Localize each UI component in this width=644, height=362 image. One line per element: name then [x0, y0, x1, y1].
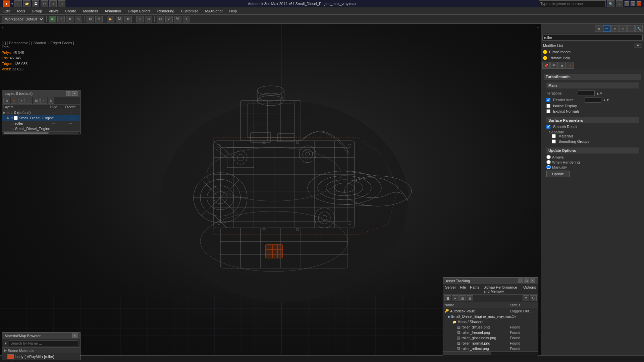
- move-btn[interactable]: ✛: [57, 16, 65, 22]
- display-tab[interactable]: ◻: [627, 25, 635, 32]
- layer-row-roller[interactable]: ◻ roller ··· ···: [2, 121, 80, 126]
- help-search[interactable]: [539, 0, 606, 7]
- render-iters-arrows[interactable]: ▲▼: [603, 98, 609, 102]
- explicit-normals-checkbox[interactable]: [546, 109, 550, 113]
- layer-scroll-thumb[interactable]: [3, 132, 49, 134]
- modifier-editable-poly[interactable]: Editable Poly: [541, 55, 644, 61]
- menu-modifiers[interactable]: Modifiers: [79, 8, 101, 14]
- modifier-turbosmooth[interactable]: TurboSmooth: [541, 49, 644, 55]
- show-result-icon[interactable]: 👁: [550, 62, 558, 69]
- motion-tab[interactable]: ◎: [619, 25, 627, 32]
- mirror-btn[interactable]: ⇔: [145, 16, 152, 22]
- asset-tree-btn[interactable]: ⊞: [459, 295, 466, 301]
- asset-menu-paths[interactable]: Paths: [469, 285, 480, 294]
- surface-params-title[interactable]: Surface Parameters: [546, 117, 639, 123]
- align-btn[interactable]: ⊞: [136, 16, 144, 22]
- menu-views[interactable]: Views: [45, 8, 62, 14]
- asset-close-btn[interactable]: ✕: [530, 279, 535, 283]
- asset-row-max-file[interactable]: ■ Small_Diesel_Engine_max_vray.max Ok: [443, 314, 538, 319]
- menu-edit[interactable]: Edit: [0, 8, 13, 14]
- modifier-bulb-turbosmooth[interactable]: [543, 50, 547, 54]
- material-search-input[interactable]: [9, 340, 78, 346]
- save-btn[interactable]: 💾: [32, 0, 39, 7]
- select-btn[interactable]: ⊕: [49, 16, 56, 22]
- material-item-body[interactable]: body ( VRayMtl ) [roller]: [2, 353, 80, 360]
- asset-list-btn[interactable]: ☰: [444, 295, 451, 301]
- rotate-btn[interactable]: ↻: [66, 16, 73, 22]
- unlink-btn[interactable]: ✂: [95, 16, 103, 22]
- asset-options-btn[interactable]: ?: [523, 295, 529, 301]
- menu-graph-editors[interactable]: Graph Editors: [124, 8, 154, 14]
- render-iters-input[interactable]: 2: [585, 97, 601, 103]
- undo-btn[interactable]: ↩: [41, 0, 48, 7]
- create-tab[interactable]: ⊕: [595, 25, 602, 32]
- layer-select-all-btn[interactable]: ⊞: [33, 98, 40, 104]
- spinner-snap[interactable]: ↕: [183, 16, 190, 22]
- hold-btn[interactable]: H: [58, 0, 65, 7]
- asset-refresh-btn[interactable]: ↻: [530, 295, 537, 301]
- materials-checkbox[interactable]: [552, 134, 556, 138]
- layer-create-btn[interactable]: ⊕: [3, 98, 10, 104]
- asset-scrollbar-h[interactable]: [443, 351, 538, 355]
- help-icon-btn[interactable]: ?: [616, 0, 623, 7]
- modifier-list-dropdown[interactable]: ▼: [634, 43, 642, 48]
- isoline-checkbox[interactable]: [546, 104, 550, 108]
- asset-minimize-btn[interactable]: ─: [518, 279, 523, 283]
- menu-customize[interactable]: Customize: [178, 8, 202, 14]
- asset-menu-options[interactable]: Options: [523, 285, 537, 294]
- new-btn[interactable]: □: [14, 0, 22, 7]
- percent-snap[interactable]: %: [174, 16, 181, 22]
- menu-rendering[interactable]: Rendering: [154, 8, 178, 14]
- material-scene-section[interactable]: ▶ Scene Materials: [2, 348, 80, 353]
- layer-row-default[interactable]: ▶ ⊞ ✓ 0 (default) ··· ···: [2, 110, 80, 115]
- hierarchy-tab[interactable]: ⊳: [611, 25, 619, 32]
- asset-row-vault[interactable]: 🔑 Autodesk Vault Logged Out ...: [443, 308, 538, 314]
- material-editor-btn[interactable]: M: [116, 16, 123, 22]
- modifier-name-input[interactable]: roller: [542, 35, 643, 41]
- asset-scroll-thumb-h[interactable]: [443, 352, 491, 355]
- asset-menu-bitmap[interactable]: Bitmap Performance and Memory: [483, 285, 520, 294]
- menu-create[interactable]: Create: [62, 8, 79, 14]
- update-options-title[interactable]: Update Options: [546, 147, 639, 154]
- asset-large-btn[interactable]: ⊟: [467, 295, 473, 301]
- main-section-title[interactable]: Main: [546, 82, 639, 88]
- make-unique-icon[interactable]: ◈: [558, 62, 566, 69]
- layer-row-small-diesel[interactable]: ▶ □ Small_Diesel_Engine ··· ···: [2, 115, 80, 121]
- asset-row-glossiness[interactable]: 🖼 roller_glossiness.png Found: [443, 335, 538, 341]
- layer-close-btn[interactable]: ✕: [72, 91, 77, 96]
- layer-help-btn[interactable]: ?: [66, 91, 71, 96]
- search-icon-btn[interactable]: 🔍: [607, 0, 614, 7]
- layer-row-small-diesel-obj[interactable]: ◻ Small_Diesel_Engine ··· ···: [2, 126, 80, 131]
- snap-toggle[interactable]: ⊡: [157, 16, 164, 22]
- layer-select-btn[interactable]: ◻: [25, 98, 32, 104]
- menu-group[interactable]: Group: [29, 8, 46, 14]
- render-setup-btn[interactable]: ⚙: [124, 16, 132, 22]
- close-btn[interactable]: ✕: [637, 1, 641, 6]
- redo-btn[interactable]: ↪: [49, 0, 57, 7]
- pin-stack-icon[interactable]: 📌: [542, 62, 550, 69]
- menu-tools[interactable]: Tools: [13, 8, 29, 14]
- iterations-input[interactable]: 0: [578, 90, 595, 96]
- layer-add-selected-btn[interactable]: +: [18, 98, 25, 104]
- open-btn[interactable]: 📂: [23, 0, 31, 7]
- asset-row-reflect[interactable]: 🖼 roller_reflect.png Found: [443, 346, 538, 351]
- modifier-bulb-editable-poly[interactable]: [543, 56, 547, 60]
- always-radio[interactable]: [546, 155, 551, 159]
- turbosmooth-title[interactable]: TurboSmooth: [544, 74, 641, 80]
- link-btn[interactable]: ⛓: [87, 16, 94, 22]
- asset-menu-file[interactable]: File: [459, 285, 467, 294]
- material-close-btn[interactable]: ✕: [72, 334, 77, 338]
- modify-tab[interactable]: ✏: [603, 25, 610, 32]
- layer-current-btn[interactable]: ✓: [40, 98, 47, 104]
- layer-small-diesel-checkbox[interactable]: [14, 116, 18, 120]
- utilities-tab[interactable]: 🔧: [635, 25, 643, 32]
- menu-help[interactable]: Help: [226, 8, 240, 14]
- iterations-arrows[interactable]: ▲▼: [596, 92, 603, 95]
- menu-animation[interactable]: Animation: [101, 8, 124, 14]
- smoothing-groups-checkbox[interactable]: [552, 139, 556, 143]
- layer-scrollbar[interactable]: [2, 131, 80, 134]
- asset-maximize-btn[interactable]: □: [524, 279, 529, 283]
- when-rendering-radio[interactable]: [546, 160, 551, 164]
- angle-snap[interactable]: ∠: [165, 16, 173, 22]
- asset-row-fresnel[interactable]: 🖼 roller_fresnel.png Found: [443, 330, 538, 335]
